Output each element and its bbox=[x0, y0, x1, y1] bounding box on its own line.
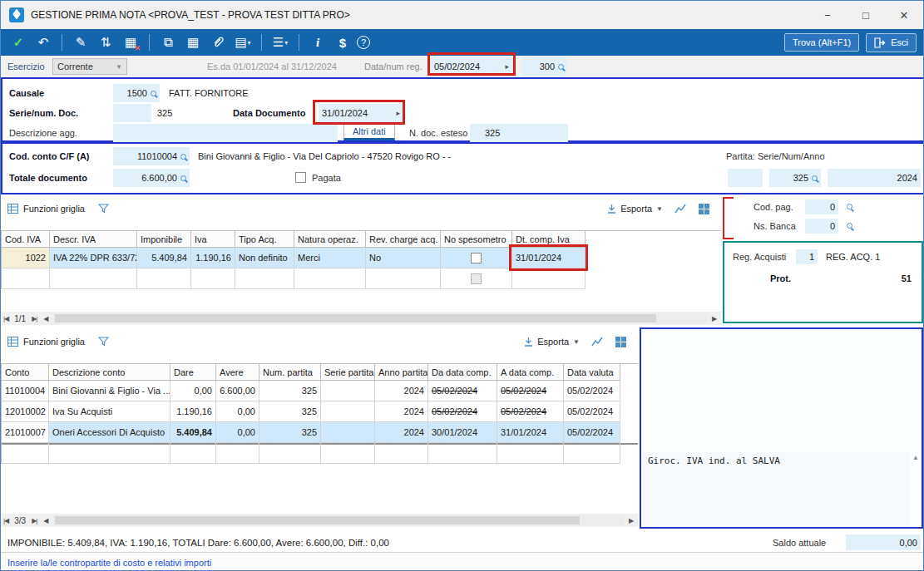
scroll-up-icon[interactable]: ▲ bbox=[912, 454, 919, 461]
cell-da-data-comp[interactable]: 05/02/2024 bbox=[428, 381, 497, 401]
first-page-icon[interactable]: |◀ bbox=[1, 517, 11, 524]
cell-dare[interactable]: 5.409,84 bbox=[170, 422, 216, 443]
cell-a-data-comp[interactable]: 31/01/2024 bbox=[497, 422, 564, 443]
ns-banca-field[interactable]: 0 bbox=[805, 219, 838, 234]
cell-serie-partita[interactable] bbox=[321, 381, 375, 401]
cell-data-valuta[interactable]: 05/02/2024 bbox=[564, 422, 620, 443]
numero-registrazione-field[interactable]: 300 bbox=[522, 57, 567, 76]
cell-dare[interactable]: 1.190,16 bbox=[170, 401, 216, 422]
cell-dt-comp-iva[interactable]: 31/01/2024 bbox=[512, 248, 586, 268]
empty-cell[interactable] bbox=[428, 443, 497, 464]
currency-icon[interactable]: $ bbox=[332, 32, 353, 52]
scroll-right-icon[interactable]: ▶ bbox=[708, 315, 721, 322]
cell-conto[interactable]: 12010002 bbox=[2, 401, 49, 422]
document-edit-icon[interactable]: ▤▾ bbox=[232, 32, 254, 52]
descrizione-agg-field[interactable] bbox=[113, 124, 338, 142]
column-header[interactable]: Anno partita bbox=[375, 364, 428, 381]
last-page-icon[interactable]: ▶| bbox=[29, 315, 39, 322]
cell-anno-partita[interactable]: 2024 bbox=[375, 422, 428, 443]
cod-pag-field[interactable]: 0 bbox=[805, 199, 838, 214]
first-page-icon[interactable]: |◀ bbox=[1, 315, 11, 322]
cell-descrizione[interactable]: Bini Giovanni & Figlio - Via ... bbox=[49, 381, 170, 401]
cell-anno-partita[interactable]: 2024 bbox=[375, 381, 428, 401]
column-header[interactable]: Tipo Acq. bbox=[235, 231, 294, 248]
altri-dati-tab[interactable]: Altri dati bbox=[343, 123, 395, 140]
filter-funnel-icon[interactable] bbox=[98, 204, 109, 214]
empty-cell[interactable] bbox=[497, 443, 564, 464]
notes-textarea[interactable]: Giroc. IVA ind. al SALVA bbox=[643, 452, 910, 525]
cod-conto-field[interactable]: 11010004 bbox=[113, 147, 190, 165]
column-header[interactable]: Descrizione conto bbox=[49, 364, 170, 381]
edit-icon[interactable]: ✎ bbox=[70, 32, 91, 52]
empty-cell[interactable] bbox=[366, 268, 441, 289]
partita-num-field[interactable]: 325 bbox=[769, 169, 821, 187]
empty-cell[interactable] bbox=[2, 443, 49, 464]
column-header[interactable]: Rev. charge acq. bbox=[366, 231, 441, 248]
iva-grid-row[interactable]: 1022 IVA 22% DPR 633/72 5.409,84 1.190,1… bbox=[2, 248, 721, 268]
column-header[interactable]: Iva bbox=[191, 231, 235, 248]
cell-descrizione[interactable]: Iva Su Acquisti bbox=[49, 401, 170, 422]
cell-rev-charge[interactable]: No bbox=[366, 248, 441, 268]
column-header[interactable]: Imponibile bbox=[137, 231, 191, 248]
empty-cell[interactable] bbox=[564, 443, 620, 464]
cell-serie-partita[interactable] bbox=[321, 401, 375, 422]
cell-avere[interactable]: 0,00 bbox=[216, 401, 259, 422]
cell-avere[interactable]: 0,00 bbox=[216, 422, 259, 443]
iva-grid-empty-row[interactable] bbox=[2, 268, 721, 289]
reg-acquisti-field[interactable]: 1 bbox=[796, 249, 818, 264]
chart-icon[interactable] bbox=[674, 204, 687, 214]
column-header[interactable]: A data comp. bbox=[497, 364, 564, 381]
column-header[interactable]: Num. partita bbox=[259, 364, 321, 381]
column-header[interactable]: Descr. IVA bbox=[50, 231, 137, 248]
conti-grid-row[interactable]: 11010004 Bini Giovanni & Figlio - Via ..… bbox=[2, 381, 638, 401]
search-icon[interactable] bbox=[151, 91, 156, 96]
column-header[interactable]: Conto bbox=[2, 364, 49, 381]
copy-icon[interactable]: ⧉ bbox=[157, 32, 179, 52]
search-icon[interactable] bbox=[812, 175, 818, 181]
close-icon[interactable]: ✕ bbox=[885, 1, 923, 29]
empty-cell[interactable] bbox=[170, 443, 216, 464]
column-header[interactable]: Dare bbox=[170, 364, 216, 381]
cell-da-data-comp[interactable]: 30/01/2024 bbox=[428, 422, 497, 443]
serie-doc-field[interactable] bbox=[113, 104, 151, 122]
filter-funnel-icon[interactable] bbox=[98, 337, 109, 347]
cell-natura-operaz[interactable]: Merci bbox=[294, 248, 366, 268]
chart-icon[interactable] bbox=[591, 337, 604, 347]
info-icon[interactable]: i bbox=[307, 32, 329, 52]
data-registrazione-field[interactable]: 05/02/2024 ▸ bbox=[431, 57, 512, 76]
search-icon[interactable] bbox=[180, 154, 186, 160]
undo-icon[interactable]: ↶ bbox=[32, 32, 54, 52]
cell-iva[interactable]: 1.190,16 bbox=[191, 248, 235, 268]
column-header[interactable]: Natura operaz. bbox=[294, 231, 366, 248]
funzioni-griglia-button[interactable]: Funzioni griglia bbox=[7, 204, 85, 214]
delete-icon[interactable]: ▦✕ bbox=[120, 32, 141, 52]
grid-view-icon[interactable] bbox=[699, 204, 709, 214]
empty-cell[interactable] bbox=[216, 443, 259, 464]
column-header[interactable]: Serie partita bbox=[321, 364, 375, 381]
menu-icon[interactable]: ☰▾ bbox=[269, 32, 291, 52]
cell-cod-iva[interactable]: 1022 bbox=[2, 248, 50, 268]
refresh-icon[interactable]: ⇅ bbox=[95, 32, 116, 52]
search-icon[interactable] bbox=[847, 223, 852, 229]
date-picker-arrow-icon[interactable]: ▸ bbox=[505, 62, 509, 71]
horizontal-scrollbar[interactable] bbox=[53, 313, 707, 323]
empty-cell[interactable] bbox=[191, 268, 235, 289]
search-icon[interactable] bbox=[180, 175, 186, 181]
cell-a-data-comp[interactable]: 05/02/2024 bbox=[497, 401, 564, 422]
cell-data-valuta[interactable]: 05/02/2024 bbox=[564, 381, 620, 401]
empty-cell[interactable] bbox=[375, 443, 428, 464]
esci-button[interactable]: Esci bbox=[866, 33, 917, 52]
trova-button[interactable]: Trova (Alt+F1) bbox=[784, 33, 859, 52]
cell-tipo-acq[interactable]: Non definito bbox=[235, 248, 294, 268]
n-doc-esteso-field[interactable]: 325 bbox=[470, 124, 568, 142]
scroll-left-icon[interactable]: ◀ bbox=[39, 315, 52, 322]
cell-conto[interactable]: 21010007 bbox=[2, 422, 49, 443]
cell-descrizione[interactable]: Oneri Accessori Di Acquisto bbox=[49, 422, 170, 443]
empty-cell[interactable] bbox=[512, 268, 586, 289]
cell-descr-iva[interactable]: IVA 22% DPR 633/72 bbox=[50, 248, 137, 268]
cell-data-valuta[interactable]: 05/02/2024 bbox=[564, 401, 620, 422]
scroll-left-icon[interactable]: ◀ bbox=[39, 517, 52, 524]
esporta-button[interactable]: Esporta ▼ bbox=[524, 337, 580, 347]
partita-anno-field[interactable]: 2024 bbox=[828, 169, 921, 187]
totale-documento-field[interactable]: 6.600,00 bbox=[113, 169, 190, 187]
